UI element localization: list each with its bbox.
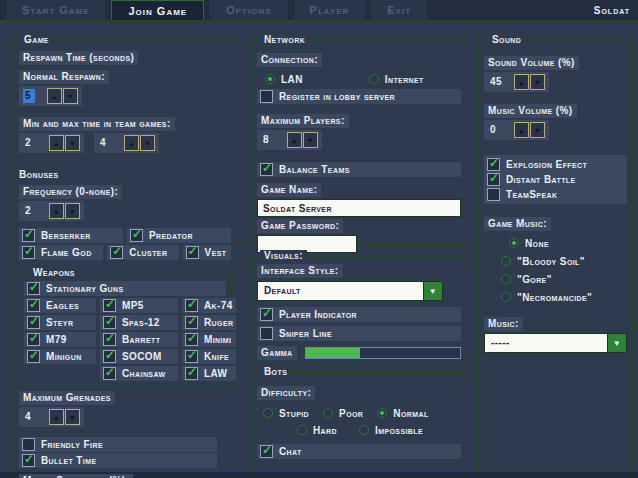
- weapon-ak74[interactable]: Ak-74: [182, 298, 236, 313]
- radio-button[interactable]: [509, 238, 519, 248]
- spinner-down-button[interactable]: ▼: [65, 203, 80, 219]
- bonus-flame-god[interactable]: Flame God: [19, 245, 103, 260]
- radio-button[interactable]: [501, 256, 511, 266]
- checkbox[interactable]: [185, 333, 198, 346]
- frequency-spinner[interactable]: 2 ▲ ▼: [19, 201, 84, 221]
- weapon-socom[interactable]: SOCOM: [100, 349, 178, 364]
- weapon-barrett[interactable]: Barrett: [100, 332, 178, 347]
- spinner-down-button[interactable]: ▼: [303, 132, 318, 148]
- radio-button[interactable]: [323, 408, 333, 418]
- spinner-value[interactable]: 4: [23, 410, 49, 424]
- spinner-up-button[interactable]: ▲: [514, 74, 529, 90]
- max-players-spinner[interactable]: 8 ▲ ▼: [257, 130, 322, 150]
- spinner-value[interactable]: 8: [261, 133, 287, 147]
- teamspeak-checkbox-row[interactable]: TeamSpeak: [484, 187, 627, 202]
- spinner-up-button[interactable]: ▲: [124, 135, 139, 151]
- checkbox[interactable]: [185, 367, 198, 380]
- tab-join-game[interactable]: Join Game: [111, 0, 204, 20]
- checkbox[interactable]: [260, 308, 273, 321]
- checkbox[interactable]: [27, 350, 40, 363]
- max-grenades-spinner[interactable]: 4 ▲ ▼: [19, 407, 84, 427]
- checkbox[interactable]: [110, 246, 123, 259]
- checkbox[interactable]: [22, 454, 35, 467]
- chat-checkbox-row[interactable]: Chat: [257, 444, 461, 459]
- checkbox[interactable]: [27, 333, 40, 346]
- radio-lan[interactable]: LAN: [265, 72, 303, 86]
- radio-button[interactable]: [297, 425, 307, 435]
- radio-impossible[interactable]: Impossible: [359, 423, 423, 437]
- weapon-mp5[interactable]: MP5: [100, 298, 178, 313]
- weapon-chainsaw[interactable]: Chainsaw: [100, 366, 178, 381]
- music-volume-spinner[interactable]: 0 ▲ ▼: [484, 120, 549, 140]
- bullet-time-checkbox-row[interactable]: Bullet Time: [19, 453, 217, 468]
- radio-hard[interactable]: Hard: [297, 423, 337, 437]
- spinner-value[interactable]: 4: [98, 136, 124, 150]
- radio-button[interactable]: [369, 74, 379, 84]
- spinner-down-button[interactable]: ▼: [63, 88, 78, 104]
- spinner-up-button[interactable]: ▲: [514, 122, 529, 138]
- checkbox[interactable]: [22, 229, 35, 242]
- weapon-knife[interactable]: Knife: [182, 349, 236, 364]
- tab-options[interactable]: Options: [210, 0, 287, 20]
- spinner-up-button[interactable]: ▲: [49, 135, 64, 151]
- radio-button[interactable]: [265, 74, 275, 84]
- checkbox[interactable]: [22, 438, 35, 451]
- weapon-law[interactable]: LAW: [182, 366, 236, 381]
- checkbox[interactable]: [260, 327, 273, 340]
- radio-button[interactable]: [263, 408, 273, 418]
- checkbox[interactable]: [185, 316, 198, 329]
- spinner-value[interactable]: 0: [488, 123, 514, 137]
- weapon-stationary-guns[interactable]: Stationary Guns: [24, 281, 226, 296]
- checkbox[interactable]: [260, 163, 273, 176]
- sound-volume-spinner[interactable]: 45 ▲ ▼: [484, 72, 549, 92]
- friendly-fire-checkbox-row[interactable]: Friendly Fire: [19, 437, 217, 452]
- weapon-eagles[interactable]: Eagles: [24, 298, 96, 313]
- checkbox[interactable]: [103, 350, 116, 363]
- checkbox[interactable]: [487, 188, 500, 201]
- radio-music-gore[interactable]: "Gore": [501, 272, 627, 286]
- player-indicator-checkbox-row[interactable]: Player Indicator: [257, 307, 461, 322]
- max-time-spinner[interactable]: 4 ▲ ▼: [94, 133, 159, 153]
- register-lobby-checkbox-row[interactable]: Register in lobby server: [257, 89, 461, 104]
- spinner-value[interactable]: 45: [488, 75, 514, 89]
- spinner-down-button[interactable]: ▼: [140, 135, 155, 151]
- radio-button[interactable]: [501, 274, 511, 284]
- weapon-m79[interactable]: M79: [24, 332, 96, 347]
- radio-music-none[interactable]: None: [509, 236, 627, 250]
- radio-poor[interactable]: Poor: [323, 406, 363, 420]
- music-dropdown[interactable]: ----- ▼: [484, 333, 627, 353]
- normal-respawn-spinner[interactable]: 5 ▲ ▼: [19, 86, 82, 106]
- radio-music-necromancide[interactable]: "Necromancide": [501, 290, 627, 304]
- checkbox[interactable]: [487, 173, 500, 186]
- tab-start-game[interactable]: Start Game: [6, 0, 105, 20]
- checkbox[interactable]: [103, 333, 116, 346]
- explosion-effect-checkbox-row[interactable]: Explosion Effect: [484, 157, 627, 172]
- dropdown-button[interactable]: ▼: [607, 334, 626, 352]
- tab-player[interactable]: Player: [294, 0, 366, 20]
- weapon-spas12[interactable]: Spas-12: [100, 315, 178, 330]
- distant-battle-checkbox-row[interactable]: Distant Battle: [484, 172, 627, 187]
- spinner-value[interactable]: 5: [23, 89, 35, 103]
- spinner-down-button[interactable]: ▼: [530, 122, 545, 138]
- spinner-down-button[interactable]: ▼: [530, 74, 545, 90]
- checkbox[interactable]: [185, 299, 198, 312]
- checkbox[interactable]: [103, 367, 116, 380]
- interface-style-dropdown[interactable]: Default ▼: [257, 281, 443, 301]
- checkbox[interactable]: [185, 350, 198, 363]
- spinner-up-button[interactable]: ▲: [287, 132, 302, 148]
- weapon-minimi[interactable]: Minimi: [182, 332, 236, 347]
- radio-button[interactable]: [377, 408, 387, 418]
- balance-teams-checkbox-row[interactable]: Balance Teams: [257, 162, 461, 177]
- bonus-vest[interactable]: Vest: [183, 245, 231, 260]
- radio-normal[interactable]: Normal: [377, 406, 428, 420]
- game-name-input[interactable]: [257, 199, 461, 217]
- checkbox[interactable]: [186, 246, 199, 259]
- checkbox[interactable]: [27, 316, 40, 329]
- spinner-down-button[interactable]: ▼: [65, 409, 80, 425]
- radio-button[interactable]: [359, 425, 369, 435]
- checkbox[interactable]: [27, 299, 40, 312]
- min-time-spinner[interactable]: 2 ▲ ▼: [19, 133, 84, 153]
- dropdown-button[interactable]: ▼: [423, 282, 442, 300]
- tab-exit[interactable]: Exit: [371, 0, 427, 20]
- spinner-down-button[interactable]: ▼: [65, 135, 80, 151]
